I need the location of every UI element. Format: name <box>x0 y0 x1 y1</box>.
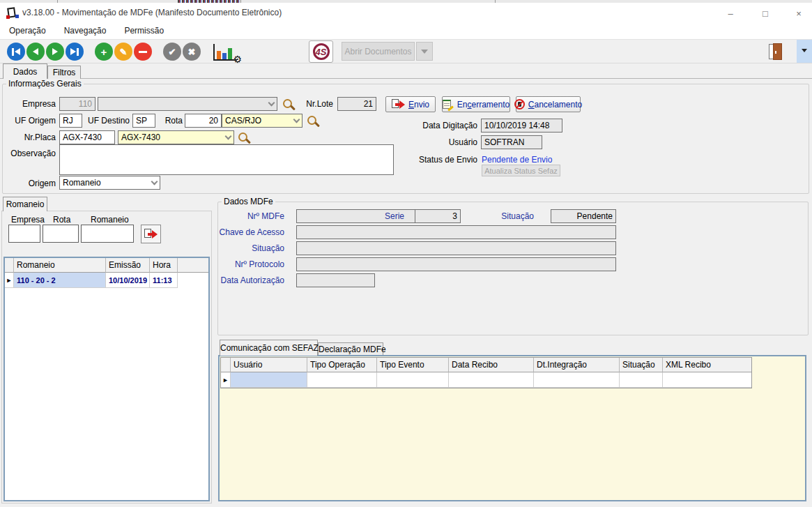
nr-placa-label: Nr.Placa <box>7 130 56 144</box>
group-title: Dados MDFe <box>222 197 275 206</box>
uf-destino-field[interactable]: SP <box>132 114 155 128</box>
chevron-down-icon <box>293 116 300 123</box>
romaneio-grid: Romaneio Emissão Hora ► 110 - 20 - 2 10/… <box>3 257 210 501</box>
serie-field[interactable]: 3 <box>415 209 461 223</box>
cell-data-recibo[interactable] <box>449 372 534 388</box>
tab-declaracao-mdfe[interactable]: Declaração MDFe <box>318 342 383 356</box>
situacao2-label: Situação <box>216 241 284 255</box>
menu-navegacao[interactable]: Navegação <box>55 22 116 40</box>
situacao2-field[interactable] <box>296 241 616 255</box>
exit-door-icon <box>769 44 783 59</box>
col-usuario: Usuário <box>231 358 307 372</box>
romaneio-empresa-input[interactable] <box>8 225 40 243</box>
empresa-combo[interactable] <box>98 97 277 111</box>
empresa-field[interactable]: 110 <box>59 97 95 111</box>
menu-permissao[interactable]: Permissão <box>115 22 173 40</box>
placa-search-icon[interactable] <box>238 133 247 142</box>
romaneio-export-button[interactable] <box>141 225 161 243</box>
uf-destino-label: UF Destino <box>86 114 130 128</box>
pencil-icon: ✎ <box>120 47 128 56</box>
add-button[interactable]: + <box>95 43 113 61</box>
col-situacao: Situação <box>620 358 663 372</box>
tab-dados[interactable]: Dados <box>3 63 47 79</box>
toolbar-overflow-button[interactable] <box>797 40 812 63</box>
tab-comunicacao-sefaz[interactable]: Comunicação com SEFAZ <box>220 340 318 356</box>
empresa-search-icon[interactable] <box>283 99 292 108</box>
cancel-button[interactable]: ✖ <box>183 43 201 61</box>
nr-placa-combo[interactable]: AGX-7430 <box>118 130 234 144</box>
envio-button[interactable]: Envio <box>385 96 436 112</box>
last-record-button[interactable] <box>66 43 84 61</box>
next-record-button[interactable] <box>46 43 64 61</box>
toolbar: + ✎ ✔ ✖ ⚙ 4S Abrir Documentos <box>0 40 812 63</box>
gear-icon: ⚙ <box>233 54 242 65</box>
chave-acesso-field[interactable] <box>296 225 616 239</box>
delete-button[interactable] <box>134 43 152 61</box>
cell-usuario[interactable] <box>231 372 307 388</box>
chart-settings-button[interactable]: ⚙ <box>213 44 237 61</box>
col-tipo-operacao: Tipo Operação <box>307 358 377 372</box>
previous-record-icon <box>33 48 38 55</box>
notepad-icon <box>443 99 454 109</box>
observacao-textarea[interactable] <box>59 144 394 175</box>
col-data-recibo: Data Recibo <box>449 358 534 372</box>
col-dt-integracao: Dt.Integração <box>534 358 620 372</box>
send-document-icon <box>144 229 158 239</box>
romaneio-romaneio-input[interactable] <box>81 225 134 243</box>
chevron-down-icon <box>225 133 232 139</box>
cancelamento-button[interactable]: Cancelamento <box>516 96 581 112</box>
usuario-field[interactable]: SOFTRAN <box>481 135 542 149</box>
empresa-label: Empresa <box>7 97 56 111</box>
data-digitacao-field[interactable]: 10/10/2019 14:48 <box>481 119 562 133</box>
open-documents-button[interactable]: Abrir Documentos <box>342 42 415 61</box>
nr-protocolo-field[interactable] <box>296 257 616 271</box>
menu-operacao[interactable]: Operação <box>0 22 55 40</box>
edit-button[interactable]: ✎ <box>114 43 132 61</box>
cell-hora[interactable]: 11:13 <box>150 273 178 288</box>
prohibited-icon <box>514 99 525 109</box>
row-indicator-icon: ► <box>5 273 14 288</box>
cell-tipo-evento[interactable] <box>377 372 449 388</box>
maximize-button[interactable]: □ <box>755 6 776 21</box>
chevron-down-icon <box>802 49 807 52</box>
rota-combo[interactable]: CAS/RJO <box>222 114 302 128</box>
cell-romaneio[interactable]: 110 - 20 - 2 <box>14 273 106 288</box>
rota-code-field[interactable]: 20 <box>185 114 222 128</box>
uf-origem-field[interactable]: RJ <box>59 114 82 128</box>
previous-record-button[interactable] <box>26 43 45 61</box>
tab-romaneio[interactable]: Romaneio <box>3 197 47 211</box>
application-window: v3.18.00 - Movimentação de MDFe (Manifes… <box>0 0 812 507</box>
nr-lote-field[interactable]: 21 <box>337 97 376 111</box>
brand-4s-button[interactable]: 4S <box>309 40 333 63</box>
next-record-icon <box>52 48 58 55</box>
plus-icon: + <box>101 47 107 57</box>
observacao-label: Observação <box>7 146 56 160</box>
close-button[interactable]: × <box>788 6 809 21</box>
romaneio-rota-input[interactable] <box>43 225 79 243</box>
confirm-button[interactable]: ✔ <box>163 43 181 61</box>
encerramento-button[interactable]: Encerramento <box>442 96 510 112</box>
data-autorizacao-field[interactable] <box>296 273 375 287</box>
situacao-field[interactable]: Pendente <box>551 209 616 223</box>
open-documents-dropdown[interactable] <box>416 42 433 61</box>
exit-button[interactable] <box>764 41 788 62</box>
first-record-icon <box>12 48 14 56</box>
first-record-button[interactable] <box>7 43 25 61</box>
cell-tipo-operacao[interactable] <box>307 372 377 388</box>
chave-acesso-label: Chave de Acesso <box>216 225 284 239</box>
cell-dt-integracao[interactable] <box>534 372 620 388</box>
col-xml-recibo: XML Recibo <box>663 358 751 372</box>
origem-combo[interactable]: Romaneio <box>59 176 160 190</box>
nr-placa-field[interactable]: AGX-7430 <box>59 130 115 144</box>
cell-situacao[interactable] <box>620 372 663 388</box>
tab-filtros[interactable]: Filtros <box>47 66 81 79</box>
menu-bar: Operação Navegação Permissão <box>0 22 812 40</box>
origem-label: Origem <box>7 176 56 190</box>
rota-search-icon[interactable] <box>307 116 316 125</box>
atualiza-status-sefaz-button[interactable]: Atualiza Status Sefaz <box>482 165 560 176</box>
chevron-down-icon <box>421 50 428 54</box>
cell-xml-recibo[interactable] <box>663 372 751 388</box>
cell-emissao[interactable]: 10/10/2019 <box>106 273 150 288</box>
nr-mdfe-field[interactable] <box>296 209 424 223</box>
minimize-button[interactable]: – <box>720 6 741 21</box>
